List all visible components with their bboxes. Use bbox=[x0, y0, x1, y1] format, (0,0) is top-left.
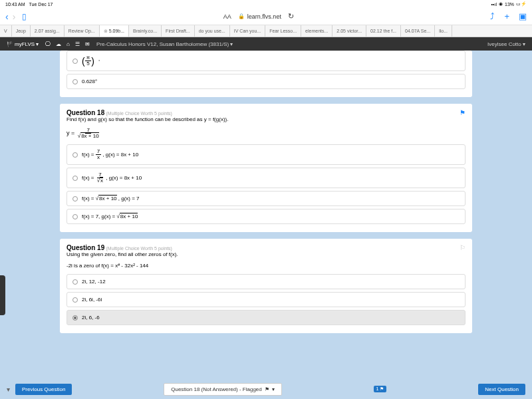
question-text: Find f(x) and g(x) so that the function … bbox=[66, 116, 466, 122]
lock-icon: 🔒 bbox=[238, 13, 245, 19]
question-18: ⚑ Question 18 (Multiple Choice Worth 5 p… bbox=[60, 104, 472, 232]
status-date: Tue Dec 17 bbox=[29, 2, 53, 7]
drive-icon[interactable]: ☁ bbox=[56, 41, 61, 47]
battery-icon: ▭⚡ bbox=[516, 1, 527, 7]
radio-icon bbox=[72, 214, 78, 219]
radio-icon bbox=[72, 59, 78, 64]
question-title: Question 19 bbox=[66, 244, 104, 251]
browser-tab[interactable]: Fear Lesso... bbox=[265, 25, 301, 37]
browser-tab[interactable]: elements... bbox=[301, 25, 332, 37]
radio-icon bbox=[72, 79, 78, 84]
question-status-dropdown[interactable]: Question 18 (Not Answered) - Flagged ⚑ ▾ bbox=[164, 383, 282, 396]
question-text: Using the given zero, find all other zer… bbox=[66, 251, 466, 257]
close-icon[interactable]: ⊗ bbox=[104, 29, 108, 34]
flag-small-icon: ⚑ bbox=[265, 386, 269, 392]
radio-icon-checked bbox=[72, 315, 78, 321]
ios-status-bar: 10:43 AM Tue Dec 17 ••ıl ◉ 13% ▭⚡ bbox=[0, 0, 532, 8]
previous-question-button[interactable]: Previous Question bbox=[15, 384, 72, 395]
radio-icon bbox=[72, 297, 78, 303]
safari-toolbar: ‹ › ▯ AA 🔒 learn.flvs.net ↻ ⤴ + ▣ bbox=[0, 8, 532, 25]
answer-option[interactable]: 0.628° bbox=[66, 74, 466, 89]
status-time: 10:43 AM bbox=[5, 2, 25, 7]
new-tab-icon[interactable]: + bbox=[504, 11, 509, 21]
answer-option[interactable]: 2i, 12, -12 bbox=[66, 274, 466, 289]
browser-tabs: V Jeop 2.07 assig... Review Op... ⊗5.09b… bbox=[0, 25, 532, 37]
tabs-icon[interactable]: ▣ bbox=[519, 11, 527, 21]
answer-option[interactable]: f(x) = 7x , g(x) = 8x + 10 bbox=[66, 144, 466, 165]
side-handle[interactable] bbox=[0, 275, 5, 315]
user-menu[interactable]: Iveylsee Cotto ▾ bbox=[487, 41, 525, 47]
url-bar[interactable]: 🔒 learn.flvs.net bbox=[238, 13, 281, 20]
answer-option-selected[interactable]: 2i, 6, -6 bbox=[66, 310, 466, 325]
question-given: -2i is a zero of f(x) = x⁴ - 32x² - 144 bbox=[66, 263, 466, 269]
browser-tab[interactable]: V bbox=[0, 25, 12, 37]
sidebar-icon[interactable]: ▯ bbox=[22, 12, 27, 21]
answer-option[interactable]: π5° bbox=[66, 51, 466, 71]
browser-tab[interactable]: 2.05 victor... bbox=[332, 25, 366, 37]
browser-tab[interactable]: Jeop bbox=[12, 25, 31, 37]
flvs-logo[interactable]: 🏴 myFLVS ▾ bbox=[7, 41, 39, 47]
answer-option[interactable]: f(x) = 8x + 10 , g(x) = 7 bbox=[66, 191, 466, 206]
menu-icon[interactable]: ☰ bbox=[75, 41, 80, 47]
question-title: Question 18 bbox=[66, 109, 104, 116]
quiz-content: π5° 0.628° ⚑ Question 18 (Multiple Choic… bbox=[0, 51, 532, 379]
radio-icon bbox=[72, 176, 78, 181]
flvs-header: 🏴 myFLVS ▾ 🖵 ☁ ⌂ ☰ ✉ Pre-Calculus Honors… bbox=[0, 37, 532, 51]
browser-tab[interactable]: 2.07 assig... bbox=[31, 25, 65, 37]
flagged-count-badge: 1 ⚑ bbox=[374, 386, 387, 392]
browser-tab[interactable]: 02.12 the f... bbox=[366, 25, 401, 37]
browser-tab[interactable]: IV Can you... bbox=[230, 25, 265, 37]
course-dropdown[interactable]: Pre-Calculus Honors V12, Susan Bartholom… bbox=[96, 41, 233, 47]
flag-icon[interactable]: ⚐ bbox=[460, 244, 466, 251]
home-icon[interactable]: ⌂ bbox=[66, 41, 70, 47]
answer-option[interactable]: f(x) = 7, g(x) = 8x + 10 bbox=[66, 209, 466, 224]
forward-button: › bbox=[13, 11, 16, 22]
browser-tab[interactable]: 04.07A Se... bbox=[401, 25, 435, 37]
browser-tab[interactable]: Review Op... bbox=[65, 25, 100, 37]
battery-percent: 13% bbox=[505, 2, 514, 7]
reader-button[interactable]: AA bbox=[223, 13, 231, 20]
wifi-icon: ◉ bbox=[499, 1, 503, 7]
question-19: ⚐ Question 19 (Multiple Choice Worth 5 p… bbox=[60, 239, 472, 333]
next-question-button[interactable]: Next Question bbox=[478, 384, 525, 395]
question-17-partial: π5° 0.628° bbox=[60, 51, 472, 97]
browser-tab[interactable]: do you use... bbox=[195, 25, 230, 37]
mail-icon[interactable]: ✉ bbox=[85, 41, 90, 47]
quiz-nav-bar: ▾ Previous Question Question 18 (Not Ans… bbox=[0, 379, 532, 399]
answer-option[interactable]: 2i, 6i, -6i bbox=[66, 292, 466, 307]
signal-icon: ••ıl bbox=[491, 2, 497, 7]
back-button[interactable]: ‹ bbox=[5, 11, 9, 22]
answer-option[interactable]: f(x) = 7x , g(x) = 8x + 10 bbox=[66, 168, 466, 188]
radio-icon bbox=[72, 279, 78, 285]
monitor-icon[interactable]: 🖵 bbox=[45, 41, 51, 47]
question-meta: (Multiple Choice Worth 5 points) bbox=[106, 111, 172, 116]
radio-icon bbox=[72, 196, 78, 201]
browser-tab[interactable]: First Draft... bbox=[162, 25, 195, 37]
share-icon[interactable]: ⤴ bbox=[490, 11, 495, 21]
flag-icon[interactable]: ⚑ bbox=[460, 109, 466, 116]
dropdown-toggle[interactable]: ▾ bbox=[7, 386, 10, 393]
radio-icon bbox=[72, 152, 78, 158]
browser-tab[interactable]: llo... bbox=[435, 25, 452, 37]
equation: y = 78x + 10 bbox=[66, 128, 466, 139]
browser-tab-active[interactable]: ⊗5.09b... bbox=[100, 25, 129, 37]
refresh-icon[interactable]: ↻ bbox=[288, 12, 294, 21]
question-meta: (Multiple Choice Worth 5 points) bbox=[106, 246, 172, 251]
browser-tab[interactable]: Brainly.co... bbox=[129, 25, 162, 37]
